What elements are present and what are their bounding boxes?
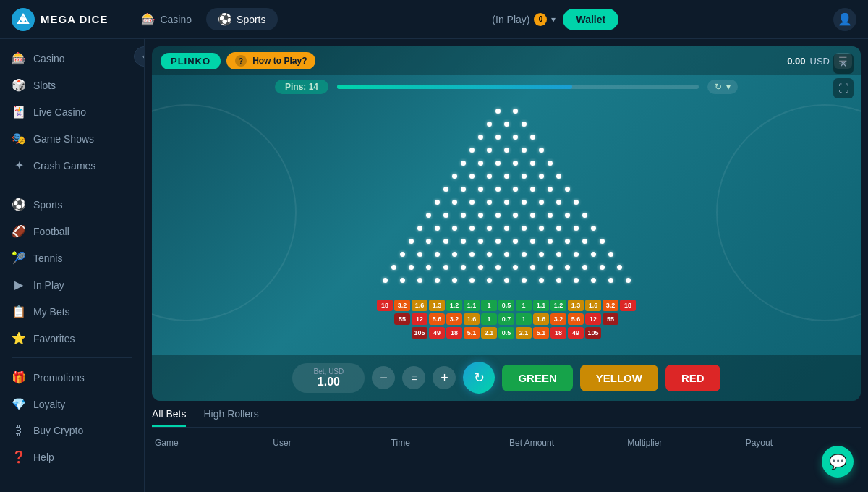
plinko-dot	[539, 252, 544, 257]
sidebar-item-tennis[interactable]: 🎾 Tennis	[0, 245, 144, 271]
loyalty-icon: 💎	[12, 397, 26, 411]
plinko-dot	[522, 148, 527, 153]
game-shows-icon: 🎭	[12, 132, 26, 145]
plinko-dot	[478, 239, 483, 244]
plinko-dot	[504, 278, 509, 283]
sidebar-item-sports[interactable]: ⚽ Sports	[0, 191, 144, 218]
sidebar-item-loyalty[interactable]: 💎 Loyalty	[0, 391, 144, 417]
multiplier-cell: 1.1	[533, 300, 549, 311]
multiplier-cell: 5.1	[464, 327, 480, 339]
sports-icon: ⚽	[218, 12, 232, 26]
multiplier-cell: 18	[377, 300, 393, 311]
sidebar-item-slots[interactable]: 🎲 Slots	[0, 72, 144, 98]
wallet-button[interactable]: Wallet	[563, 9, 618, 30]
sidebar-item-casino[interactable]: 🎰 Casino	[0, 45, 144, 72]
plinko-dot	[487, 200, 492, 205]
plinko-dot	[548, 161, 553, 166]
plinko-dot	[495, 109, 501, 114]
plinko-dot	[530, 135, 535, 140]
bet-settings-button[interactable]: ≡	[402, 366, 425, 389]
plinko-dot	[556, 252, 561, 257]
plinko-dot	[522, 122, 527, 127]
plinko-dot	[539, 226, 544, 231]
red-button[interactable]: RED	[665, 365, 720, 391]
sidebar-item-football[interactable]: 🏈 Football	[0, 218, 144, 245]
favorites-icon: ⭐	[12, 331, 26, 345]
game-overlay-buttons: ✕ ⛶	[833, 54, 854, 98]
fullscreen-button[interactable]: ⛶	[833, 78, 854, 98]
multiplier-cell: 0.5	[498, 327, 514, 339]
sidebar-item-buy-crypto[interactable]: ₿ Buy Crypto	[0, 417, 144, 444]
plinko-dot	[487, 252, 492, 257]
sidebar-divider-2	[12, 357, 132, 358]
user-avatar[interactable]: 👤	[833, 8, 856, 31]
plinko-dot	[617, 265, 622, 270]
how-to-play-button[interactable]: ? How to Play?	[226, 52, 315, 69]
plinko-dot	[556, 174, 561, 179]
plinko-dot	[478, 161, 483, 166]
bet-increase-button[interactable]: +	[433, 366, 456, 389]
plinko-dot	[591, 252, 596, 257]
plinko-dot	[461, 161, 466, 166]
plinko-dot	[539, 148, 544, 153]
multiplier-cell: 1	[481, 313, 497, 325]
plinko-dot	[548, 239, 553, 244]
plinko-dot	[469, 226, 475, 231]
in-play-badge[interactable]: (In Play) 0 ▾	[492, 13, 556, 26]
game-topbar: PLINKO ? How to Play? 0.00 USD ☰	[152, 46, 861, 75]
in-play-icon: ▶	[12, 278, 26, 292]
green-button[interactable]: GREEN	[502, 365, 572, 391]
plinko-dot	[530, 161, 535, 166]
tab-high-rollers[interactable]: High Rollers	[203, 408, 258, 427]
multiplier-cell: 1.6	[533, 313, 549, 325]
plinko-dot	[487, 122, 492, 127]
top-navigation: MEGA DICE 🎰 Casino ⚽ Sports (In Play) 0 …	[0, 0, 868, 39]
sports-tab[interactable]: ⚽ Sports	[206, 8, 277, 30]
sidebar-item-crash-games[interactable]: ✦ Crash Games	[0, 152, 144, 179]
sidebar-item-promotions[interactable]: 🎁 Promotions	[0, 364, 144, 391]
sidebar-item-live-casino[interactable]: 🃏 Live Casino	[0, 98, 144, 125]
plinko-dot	[548, 265, 553, 270]
multiplier-cell: 2.1	[516, 327, 532, 339]
casino-icon: 🎰	[141, 12, 156, 26]
plinko-dot	[504, 122, 509, 127]
multiplier-cell: 18	[446, 327, 462, 339]
chevron-down-icon: ▾	[551, 14, 556, 25]
plinko-dot	[608, 252, 613, 257]
plinko-dot	[443, 239, 448, 244]
dots-container	[369, 101, 644, 297]
yellow-button[interactable]: YELLOW	[580, 365, 658, 391]
plinko-dot	[504, 174, 509, 179]
plinko-dot	[513, 135, 518, 140]
multiplier-cell: 3.2	[603, 300, 618, 311]
plinko-dot	[417, 252, 422, 257]
close-button[interactable]: ✕	[833, 54, 854, 74]
support-icon: 💬	[829, 453, 847, 470]
sidebar-item-game-shows[interactable]: 🎭 Game Shows	[0, 125, 144, 152]
sidebar-item-favorites[interactable]: ⭐ Favorites	[0, 325, 144, 352]
sidebar-item-in-play[interactable]: ▶ In Play	[0, 271, 144, 298]
plinko-dot	[495, 135, 501, 140]
plinko-dot	[426, 239, 431, 244]
plinko-dot	[461, 239, 466, 244]
crash-games-icon: ✦	[12, 158, 26, 172]
multiplier-cell: 12	[412, 313, 427, 325]
plinko-dot	[495, 265, 501, 270]
plinko-dot	[461, 213, 466, 218]
plinko-dot	[391, 265, 396, 270]
plinko-dot	[539, 278, 544, 283]
pins-controls[interactable]: ↻ ▾	[707, 80, 738, 94]
sidebar-item-help[interactable]: ❓ Help	[0, 444, 144, 470]
support-button[interactable]: 💬	[822, 446, 854, 478]
pins-slider[interactable]	[337, 85, 699, 89]
sidebar-item-my-bets[interactable]: 📋 My Bets	[0, 298, 144, 325]
spin-button[interactable]: ↻	[463, 362, 495, 394]
casino-tab[interactable]: 🎰 Casino	[129, 8, 203, 30]
sports-ball-icon: ⚽	[12, 198, 26, 211]
my-bets-icon: 📋	[12, 305, 26, 318]
tab-all-bets[interactable]: All Bets	[152, 408, 186, 427]
plinko-dot	[478, 213, 483, 218]
bet-decrease-button[interactable]: −	[372, 366, 395, 389]
multiplier-cell: 49	[429, 327, 445, 339]
plinko-dot	[452, 252, 457, 257]
